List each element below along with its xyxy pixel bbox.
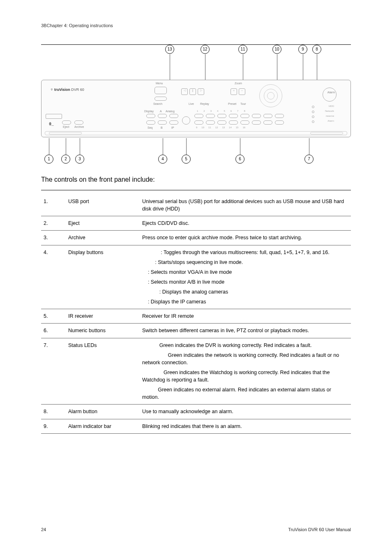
lbl-menu: Menu	[156, 82, 163, 85]
controls-table: 1.USB portUniversal serial bus (USB) por…	[41, 190, 351, 434]
table-row: 3.ArchivePress once to enter quick archi…	[41, 231, 351, 245]
page-header: 3BChapter 4: Operating instructions	[41, 23, 351, 28]
callout-3: 3	[75, 155, 84, 164]
lbl-live: Live	[189, 102, 194, 105]
table-row: 6.Numeric buttonsSwitch between differen…	[41, 324, 351, 338]
callout-13: 13	[165, 45, 174, 54]
lbl-tour: Tour	[240, 102, 246, 105]
lbl-ip: IP	[171, 126, 174, 129]
lbl-b: B	[161, 126, 163, 129]
callout-12: 12	[201, 45, 210, 54]
lbl-zoom: Zoom	[235, 82, 242, 85]
intro-text: The controls on the front panel include:	[41, 176, 351, 183]
callout-9: 9	[298, 45, 307, 54]
lbl-search: Search	[153, 102, 162, 105]
table-row: 1.USB portUniversal serial bus (USB) por…	[41, 194, 351, 216]
page-number: 24	[41, 527, 46, 532]
lbl-archive: Archive	[74, 125, 84, 128]
table-row: 8.Alarm buttonUse to manually acknowledg…	[41, 405, 351, 419]
brand-label: ᯤtruVision DVR 60	[51, 88, 84, 92]
lbl-display: Display	[144, 110, 154, 113]
page-footer: 24 TruVision DVR 60 User Manual	[41, 527, 351, 532]
callout-11: 11	[238, 45, 247, 54]
table-row: 4.Display buttons : Toggles through the …	[41, 245, 351, 309]
lbl-eject: Eject	[63, 125, 69, 128]
callout-10: 10	[272, 45, 281, 54]
callout-1: 1	[44, 155, 53, 164]
callout-6: 6	[235, 155, 244, 164]
callout-5: 5	[182, 155, 191, 164]
callout-8: 8	[312, 45, 321, 54]
doc-title: TruVision DVR 60 User Manual	[288, 527, 351, 532]
lbl-seq: Seq	[148, 126, 152, 129]
lbl-analog: Analog	[166, 110, 175, 113]
lbl-alarm: Alarm	[327, 91, 335, 94]
lbl-replay: Replay	[200, 102, 209, 105]
callout-4: 4	[158, 155, 167, 164]
table-row: 2.EjectEjects CD/DVD disc.	[41, 216, 351, 231]
callout-2: 2	[61, 155, 70, 164]
callout-7: 7	[304, 155, 314, 164]
front-panel-diagram: 13 12 11 10 9 8 ᯤtruVision DVR 60 ⬮⎯ Eje…	[41, 44, 351, 164]
usb-icon: ⬮⎯	[49, 121, 54, 126]
table-row: 9.Alarm indicator barBlinking red indica…	[41, 419, 351, 433]
table-row: 5.IR receiverReceiver for IR remote	[41, 309, 351, 324]
table-row: 7.Status LEDs Green indicates the DVR is…	[41, 338, 351, 405]
lbl-preset: Preset	[228, 102, 236, 105]
lbl-a: A	[160, 110, 162, 113]
